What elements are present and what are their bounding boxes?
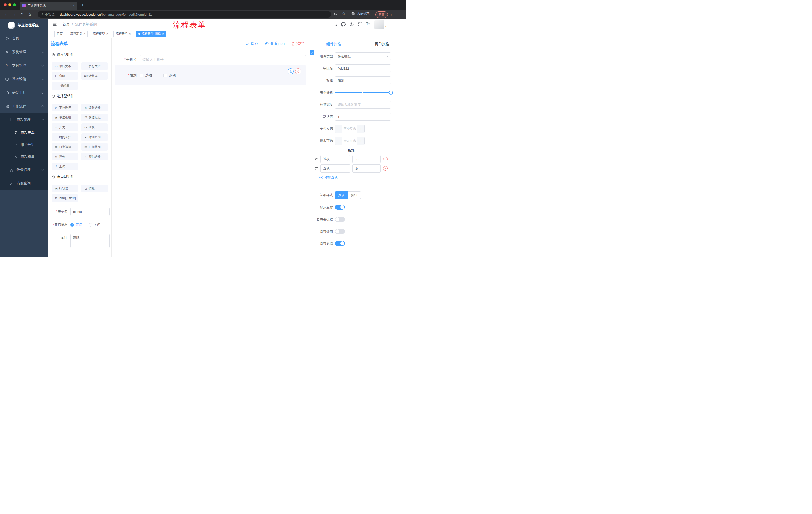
component-button[interactable]: ◐开关 bbox=[52, 124, 78, 131]
hamburger-button[interactable] bbox=[53, 22, 57, 27]
tags-view-item[interactable]: 流程表单 × bbox=[113, 31, 133, 37]
sidebar-logo[interactable]: 芋道管理系统 bbox=[0, 19, 48, 32]
sidebar-item-process-form[interactable]: 流程表单 bbox=[0, 127, 48, 139]
sidebar-item-home[interactable]: 首页 bbox=[0, 32, 48, 45]
option-label-input[interactable] bbox=[320, 155, 350, 163]
drag-handle-icon[interactable] bbox=[314, 166, 318, 170]
tab-form-props[interactable]: 表单属性 bbox=[358, 38, 406, 50]
tag-close-icon[interactable]: × bbox=[83, 32, 85, 36]
sidebar-item-payment[interactable]: ¥ 支付管理 bbox=[0, 59, 48, 73]
font-size-icon[interactable]: TT bbox=[366, 22, 370, 26]
browser-tab[interactable]: 芋道管理系统 × bbox=[20, 1, 77, 9]
delete-field-button[interactable] bbox=[295, 69, 301, 75]
tags-view-item[interactable]: 流程模型 × bbox=[91, 31, 111, 37]
phone-field-row[interactable]: *手机号 bbox=[115, 55, 306, 64]
clear-button[interactable]: 清空 bbox=[291, 41, 304, 46]
component-button[interactable]: ◑颜色选择 bbox=[81, 153, 108, 160]
new-tab-button[interactable]: + bbox=[80, 2, 85, 7]
tags-view-item[interactable]: 首页 bbox=[54, 31, 65, 37]
copy-field-button[interactable] bbox=[288, 69, 294, 75]
increase-button[interactable]: + bbox=[357, 137, 364, 144]
address-bar[interactable]: ⚠ 不安全 dashboard.yudao.iocoder.cn /bpm/ma… bbox=[38, 11, 331, 18]
disabled-switch[interactable] bbox=[335, 229, 345, 234]
window-close-button[interactable] bbox=[3, 3, 6, 6]
component-button[interactable]: ≡多行文本 bbox=[81, 62, 108, 70]
sidebar-item-system[interactable]: 系统管理 bbox=[0, 45, 48, 59]
sidebar-item-task-management[interactable]: 任务管理 bbox=[0, 163, 48, 177]
form-remark-textarea[interactable]: 嘿嘿 bbox=[70, 234, 110, 248]
component-button[interactable]: ⊞表格[开发中] bbox=[52, 194, 78, 202]
status-radio-off[interactable]: 关闭 bbox=[89, 221, 100, 229]
tags-view-item-active[interactable]: 流程表单-编辑 × bbox=[136, 31, 166, 37]
window-minimize-button[interactable] bbox=[8, 3, 11, 6]
component-button[interactable]: ☑多选框组 bbox=[81, 114, 108, 121]
border-switch[interactable] bbox=[335, 217, 345, 222]
min-select-value[interactable]: 至少应选 bbox=[343, 125, 357, 133]
help-icon[interactable] bbox=[349, 22, 354, 27]
required-switch[interactable] bbox=[335, 241, 345, 246]
slider-handle[interactable] bbox=[389, 90, 393, 94]
component-button[interactable]: ↥上传 bbox=[52, 163, 78, 170]
bookmark-star-icon[interactable]: ☆ bbox=[342, 11, 345, 16]
password-key-icon[interactable] bbox=[334, 12, 338, 16]
component-button[interactable]: 123计数器 bbox=[81, 72, 108, 80]
component-button[interactable]: ⋔级联选择 bbox=[81, 104, 108, 111]
component-button[interactable]: ◔时间选择 bbox=[52, 133, 78, 141]
sidebar-item-devtools[interactable]: 研发工具 bbox=[0, 86, 48, 100]
fullscreen-icon[interactable] bbox=[358, 22, 362, 27]
component-type-select[interactable]: 多选框组 ▾ bbox=[335, 52, 391, 60]
component-button[interactable]: ⊷滑块 bbox=[81, 124, 108, 131]
link-handle-button[interactable] bbox=[310, 50, 314, 55]
increase-button[interactable]: + bbox=[357, 125, 364, 133]
tag-close-icon[interactable]: × bbox=[129, 32, 131, 36]
field-name-input[interactable] bbox=[335, 64, 391, 73]
component-button[interactable]: ⊡密码 bbox=[52, 72, 78, 80]
default-value-input[interactable] bbox=[335, 113, 391, 121]
component-button[interactable]: ▭单行文本 bbox=[52, 62, 78, 70]
gender-field-selected[interactable]: *性别 选项一 选项二 bbox=[115, 65, 306, 85]
home-button[interactable]: ⌂ bbox=[27, 11, 32, 17]
tag-close-icon[interactable]: × bbox=[162, 32, 164, 36]
component-button[interactable]: ◉单选框组 bbox=[52, 114, 78, 121]
sidebar-item-leave-query[interactable]: 请假查询 bbox=[0, 177, 48, 190]
component-button[interactable]: ◎下拉选择 bbox=[52, 104, 78, 111]
show-label-switch[interactable] bbox=[335, 205, 345, 210]
browser-update-button[interactable]: 更新 bbox=[375, 11, 388, 18]
back-button[interactable]: ← bbox=[3, 11, 9, 17]
sidebar-item-user-group[interactable]: 用户分组 bbox=[0, 139, 48, 151]
tab-component-props[interactable]: 组件属性 bbox=[310, 38, 358, 50]
breadcrumb-home[interactable]: 首页 bbox=[63, 22, 69, 27]
option-style-button-button[interactable]: 按钮 bbox=[348, 191, 361, 199]
option-value-input[interactable] bbox=[352, 164, 381, 172]
remove-option-button[interactable]: − bbox=[383, 166, 388, 171]
component-button[interactable]: ☆评分 bbox=[52, 153, 78, 160]
decrease-button[interactable]: − bbox=[335, 125, 343, 133]
status-radio-on[interactable]: 开启 bbox=[70, 221, 82, 229]
decrease-button[interactable]: − bbox=[335, 137, 343, 144]
component-button[interactable]: 编辑器 bbox=[52, 82, 78, 89]
github-icon[interactable] bbox=[341, 22, 346, 27]
option-style-default-button[interactable]: 默认 bbox=[335, 191, 348, 199]
form-name-input[interactable] bbox=[70, 208, 110, 216]
remove-option-button[interactable]: − bbox=[383, 157, 388, 161]
reload-button[interactable]: ↻ bbox=[19, 11, 25, 17]
checkbox-option-2[interactable]: 选项二 bbox=[163, 73, 179, 78]
add-option-button[interactable]: + 添加选项 bbox=[319, 175, 391, 180]
sidebar-item-process-management[interactable]: 流程管理 bbox=[0, 113, 48, 127]
forward-button[interactable]: → bbox=[11, 11, 17, 17]
label-width-input[interactable] bbox=[335, 101, 391, 109]
user-avatar[interactable] bbox=[374, 20, 384, 29]
search-icon[interactable] bbox=[333, 22, 338, 27]
window-zoom-button[interactable] bbox=[13, 3, 16, 6]
save-button[interactable]: 保存 bbox=[245, 41, 258, 46]
sidebar-item-infrastructure[interactable]: 基础设施 bbox=[0, 73, 48, 86]
component-button[interactable]: ◕时间范围 bbox=[81, 133, 108, 141]
component-button[interactable]: ▣行容器 bbox=[52, 185, 78, 192]
form-grid-slider[interactable] bbox=[335, 88, 391, 97]
view-json-button[interactable]: 查看json bbox=[265, 41, 285, 46]
max-select-value[interactable]: 最多可选 bbox=[343, 137, 357, 144]
component-button[interactable]: ▦日期选择 bbox=[52, 143, 78, 151]
drag-handle-icon[interactable] bbox=[314, 157, 318, 161]
sidebar-item-workflow[interactable]: 工作流程 bbox=[0, 100, 48, 113]
browser-menu-icon[interactable]: ⋮ bbox=[389, 11, 393, 17]
